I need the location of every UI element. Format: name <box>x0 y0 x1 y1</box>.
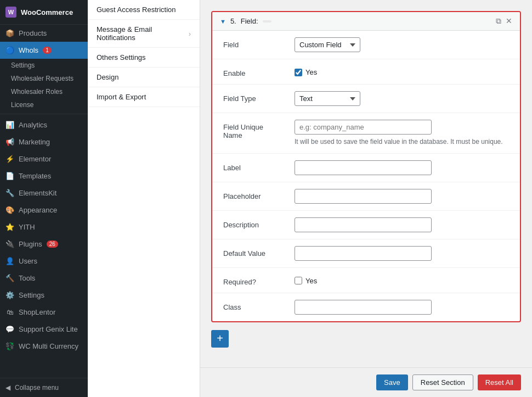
wholesaler-requests-label: Wholesaler Requests <box>11 75 73 82</box>
field-type-label: Field Type <box>223 91 295 103</box>
sidebar-item-users[interactable]: 👤 Users <box>0 253 88 270</box>
marketing-label: Marketing <box>19 138 50 146</box>
placeholder-row: Placeholder <box>212 182 520 211</box>
menu-item-others-settings[interactable]: Others Settings <box>88 48 200 68</box>
plugins-icon: 🔌 <box>5 240 14 248</box>
currency-label: WC Multi Currency <box>19 342 78 350</box>
sidebar-collapse[interactable]: ◀ Collapse menu <box>0 378 88 397</box>
menu-item-design[interactable]: Design <box>88 68 200 87</box>
default-value-row: Default Value <box>212 239 520 268</box>
label-row: Label <box>212 154 520 182</box>
field-unique-name-control: It will be used to save the field value … <box>295 120 509 147</box>
field-unique-name-input[interactable] <box>295 120 432 135</box>
duplicate-icon[interactable]: ⧉ <box>496 16 501 26</box>
enable-row: Enable Yes <box>212 59 520 85</box>
collapse-icon: ◀ <box>5 384 10 392</box>
sidebar-item-products[interactable]: 📦 Products <box>0 25 88 42</box>
plugins-label: Plugins <box>19 240 42 248</box>
sidebar-item-templates[interactable]: 📄 Templates <box>0 167 88 184</box>
required-checkbox-wrap[interactable]: Yes <box>295 275 509 285</box>
enable-checkbox[interactable] <box>295 69 302 76</box>
woocommerce-icon: W <box>5 7 16 18</box>
close-icon[interactable]: ✕ <box>506 16 512 26</box>
sidebar-item-support-genix[interactable]: 💬 Support Genix Lite <box>0 321 88 338</box>
sidebar-item-whols[interactable]: 🔵 Whols 1 <box>0 42 88 59</box>
sidebar-item-settings[interactable]: Settings <box>5 59 88 72</box>
field-number: 5. <box>230 17 236 25</box>
add-field-button[interactable]: + <box>211 330 229 348</box>
field-control: Custom Field Text Email Number Select <box>295 37 509 52</box>
chevron-icon[interactable]: ▼ <box>220 18 226 25</box>
sidebar-item-wholesaler-requests[interactable]: Wholesaler Requests <box>5 72 88 85</box>
placeholder-input[interactable] <box>295 189 432 204</box>
field-select[interactable]: Custom Field Text Email Number Select <box>295 37 360 52</box>
sidebar-item-yith[interactable]: ⭐ YITH <box>0 219 88 236</box>
elementskit-icon: 🔧 <box>5 189 14 197</box>
arrow-icon: › <box>189 30 191 38</box>
menu-item-guest-access[interactable]: Guest Access Restriction <box>88 0 200 20</box>
enable-yes-label: Yes <box>305 68 317 76</box>
reset-section-button[interactable]: Reset Section <box>412 374 473 390</box>
yith-label: YITH <box>19 223 35 231</box>
sidebar-item-appearance[interactable]: 🎨 Appearance <box>0 202 88 219</box>
enable-checkbox-wrap[interactable]: Yes <box>295 66 509 76</box>
sidebar-item-shoplentor[interactable]: 🛍 ShopLentor <box>0 304 88 321</box>
sidebar-logo-text: WooCommerce <box>21 8 73 16</box>
sidebar-item-license[interactable]: License <box>5 98 88 111</box>
header-actions: ⧉ ✕ <box>496 16 512 26</box>
label-input[interactable] <box>295 160 432 175</box>
save-button[interactable]: Save <box>376 374 408 390</box>
placeholder-control <box>295 189 509 204</box>
description-row: Description <box>212 211 520 239</box>
middle-panel: Guest Access Restriction Message & Email… <box>88 0 200 397</box>
action-bar: Save Reset Section Reset All <box>200 367 532 397</box>
sidebar-item-elementor[interactable]: ⚡ Elementor <box>0 150 88 167</box>
menu-item-message-email[interactable]: Message & Email Notifications › <box>88 20 200 48</box>
sidebar-item-plugins[interactable]: 🔌 Plugins 26 <box>0 236 88 253</box>
field-type-select[interactable]: Text Email Number Textarea Select Checkb… <box>295 91 360 106</box>
enable-control: Yes <box>295 66 509 76</box>
field-type-row: Field Type Text Email Number Textarea Se… <box>212 85 520 113</box>
reset-all-button[interactable]: Reset All <box>478 374 521 390</box>
field-row: Field Custom Field Text Email Number Sel… <box>212 31 520 59</box>
license-label: License <box>11 101 33 109</box>
menu-item-label: Others Settings <box>97 53 146 61</box>
appearance-label: Appearance <box>19 206 57 214</box>
sidebar-item-wholesaler-roles[interactable]: Wholesaler Roles <box>5 85 88 98</box>
users-label: Users <box>19 257 37 265</box>
menu-item-label: Message & Email Notifications <box>97 25 189 42</box>
field-card-header: ▼ 5. Field: ⧉ ✕ <box>212 12 520 31</box>
templates-icon: 📄 <box>5 172 14 180</box>
wholesaler-roles-label: Wholesaler Roles <box>11 88 63 96</box>
products-icon: 📦 <box>5 29 14 37</box>
sidebar-item-tools[interactable]: 🔨 Tools <box>0 270 88 287</box>
default-value-input[interactable] <box>295 246 432 261</box>
settings-label: Settings <box>11 61 35 69</box>
shoplentor-icon: 🛍 <box>5 308 14 316</box>
default-value-label: Default Value <box>223 246 295 258</box>
shoplentor-label: ShopLentor <box>19 308 55 316</box>
sidebar-item-marketing[interactable]: 📢 Marketing <box>0 133 88 150</box>
plugins-badge: 26 <box>47 241 58 248</box>
appearance-icon: 🎨 <box>5 206 14 214</box>
tools-icon: 🔨 <box>5 274 14 282</box>
tools-label: Tools <box>19 274 35 282</box>
menu-item-import-export[interactable]: Import & Export <box>88 87 200 107</box>
class-row: Class <box>212 293 520 321</box>
users-icon: 👤 <box>5 257 14 265</box>
sidebar-item-elementskit[interactable]: 🔧 ElementsKit <box>0 184 88 202</box>
required-label: Required? <box>223 275 295 286</box>
required-checkbox[interactable] <box>295 277 302 284</box>
sidebar-item-wc-multi-currency[interactable]: 💱 WC Multi Currency <box>0 338 88 355</box>
templates-label: Templates <box>19 172 51 180</box>
sidebar-logo: W WooCommerce <box>0 0 88 25</box>
yith-icon: ⭐ <box>5 223 14 231</box>
settings-icon: ⚙️ <box>5 291 14 299</box>
description-input[interactable] <box>295 217 432 232</box>
class-input[interactable] <box>295 300 432 315</box>
marketing-icon: 📢 <box>5 138 14 146</box>
field-unique-name-row: Field UniqueName It will be used to save… <box>212 113 520 154</box>
sidebar-item-settings2[interactable]: ⚙️ Settings <box>0 287 88 304</box>
sidebar-item-label: Products <box>19 29 47 37</box>
sidebar-item-analytics[interactable]: 📊 Analytics <box>0 116 88 133</box>
